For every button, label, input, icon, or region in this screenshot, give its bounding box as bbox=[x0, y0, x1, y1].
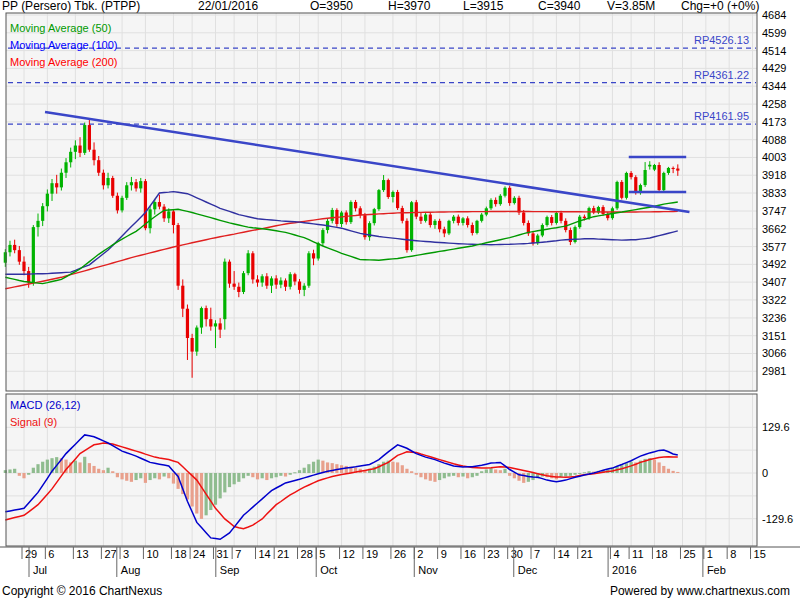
candle-up bbox=[195, 328, 198, 352]
candle-down bbox=[144, 181, 147, 228]
macd-hist-bar bbox=[391, 462, 394, 473]
candle-down bbox=[233, 284, 236, 287]
candle-up bbox=[261, 276, 264, 282]
candle-down bbox=[186, 309, 189, 338]
macd-hist-bar bbox=[569, 473, 572, 476]
candle-down bbox=[205, 308, 208, 319]
candle-down bbox=[457, 217, 460, 223]
candle-up bbox=[321, 230, 324, 243]
macd-hist-bar bbox=[279, 473, 282, 476]
macd-hist-bar bbox=[22, 473, 25, 478]
candle-up bbox=[410, 202, 413, 250]
footer: Copyright © 2016 ChartNexus Powered by w… bbox=[0, 583, 800, 599]
candle-up bbox=[83, 125, 86, 153]
macd-hist-bar bbox=[251, 473, 254, 477]
price-axis-label: 4088 bbox=[762, 134, 786, 146]
candle-down bbox=[531, 233, 534, 243]
date-tick-label: 27 bbox=[104, 548, 116, 560]
macd-hist-bar bbox=[18, 473, 21, 476]
macd-hist-bar bbox=[471, 473, 474, 477]
macd-hist-bar bbox=[447, 473, 450, 477]
macd-hist-bar bbox=[214, 473, 217, 505]
macd-hist-bar bbox=[111, 471, 114, 473]
macd-hist-bar bbox=[223, 473, 226, 492]
macd-hist-bar bbox=[485, 469, 488, 473]
copyright-text: Copyright © 2016 ChartNexus bbox=[2, 584, 162, 598]
candle-down bbox=[209, 319, 212, 326]
powered-by-link[interactable]: Powered by www.chartnexus.com bbox=[610, 584, 790, 598]
month-label: Dec bbox=[518, 564, 538, 576]
price-axis-label: 4429 bbox=[762, 62, 786, 74]
macd-hist-bar bbox=[466, 473, 469, 478]
candle-up bbox=[167, 211, 170, 218]
macd-hist-bar bbox=[499, 470, 502, 473]
candle-up bbox=[106, 178, 109, 185]
macd-hist-bar bbox=[429, 473, 432, 481]
macd-hist-bar bbox=[163, 473, 166, 477]
macd-hist-bar bbox=[13, 469, 16, 473]
macd-hist-bar bbox=[153, 473, 156, 478]
macd-hist-bar bbox=[345, 466, 348, 473]
date-tick-label: 14 bbox=[557, 548, 569, 560]
macd-hist-bar bbox=[172, 473, 175, 484]
macd-hist-bar bbox=[508, 473, 511, 476]
price-axis-label: 4003 bbox=[762, 151, 786, 163]
date-tick-label: 18 bbox=[655, 548, 667, 560]
candle-down bbox=[312, 253, 315, 258]
macd-hist-bar bbox=[457, 473, 460, 477]
price-axis-label: 3492 bbox=[762, 258, 786, 270]
candle-up bbox=[587, 208, 590, 218]
macd-hist-bar bbox=[270, 473, 273, 478]
candle-down bbox=[550, 217, 553, 223]
macd-hist-bar bbox=[527, 473, 530, 482]
candle-down bbox=[354, 202, 357, 208]
candle-up bbox=[391, 192, 394, 197]
candle-up bbox=[461, 218, 464, 223]
price-axis: 4684459945144429434442584173408840033918… bbox=[762, 9, 786, 377]
macd-hist-bar bbox=[233, 473, 236, 484]
month-label: Aug bbox=[121, 564, 141, 576]
candle-up bbox=[69, 152, 72, 162]
candle-down bbox=[163, 207, 166, 219]
candle-down bbox=[601, 207, 604, 214]
macd-hist-bar bbox=[102, 470, 105, 473]
macd-axis: 129.60-129.6 bbox=[762, 421, 793, 524]
candle-down bbox=[78, 146, 81, 153]
candle-down bbox=[228, 262, 231, 284]
macd-hist-bar bbox=[658, 462, 661, 473]
candle-down bbox=[630, 173, 633, 177]
macd-hist-bar bbox=[317, 460, 320, 473]
macd-hist-bar bbox=[125, 473, 128, 481]
macd-hist-bar bbox=[36, 464, 39, 473]
macd-hist-bar bbox=[331, 463, 334, 473]
macd-hist-bar bbox=[209, 473, 212, 510]
candle-up bbox=[475, 221, 478, 233]
macd-hist-bar bbox=[424, 473, 427, 479]
macd-hist-bar bbox=[522, 473, 525, 483]
date-tick-label: 25 bbox=[683, 548, 695, 560]
candle-up bbox=[452, 217, 455, 221]
candle-down bbox=[494, 200, 497, 204]
candle-up bbox=[317, 243, 320, 258]
candle-up bbox=[625, 173, 628, 198]
macd-hist-bar bbox=[27, 473, 30, 475]
macd-hist-bar bbox=[237, 473, 240, 482]
macd-hist-bar bbox=[200, 473, 203, 519]
candle-down bbox=[55, 183, 58, 187]
date-tick-label: 2 bbox=[417, 548, 423, 560]
macd-hist-bar bbox=[83, 457, 86, 473]
macd-hist-bar bbox=[662, 466, 665, 473]
price-axis-label: 3918 bbox=[762, 169, 786, 181]
macd-hist-bar bbox=[228, 473, 231, 487]
macd-hist-bar bbox=[480, 471, 483, 473]
candle-down bbox=[172, 211, 175, 225]
candle-down bbox=[177, 225, 180, 286]
price-axis-label: 3407 bbox=[762, 276, 786, 288]
macd-hist-bar bbox=[8, 469, 11, 473]
macd-hist-bar bbox=[321, 461, 324, 473]
candle-down bbox=[387, 180, 390, 197]
candle-down bbox=[256, 279, 259, 282]
candle-down bbox=[517, 198, 520, 213]
candle-down bbox=[438, 221, 441, 229]
macd-hist-bar bbox=[583, 472, 586, 473]
